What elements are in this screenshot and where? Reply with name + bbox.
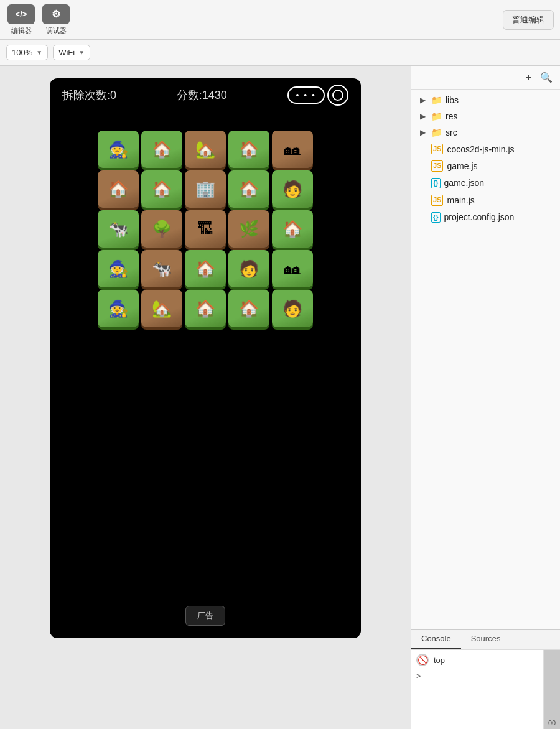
- console-scrollbar[interactable]: 00: [543, 650, 560, 729]
- tile[interactable]: 🏡: [141, 290, 182, 327]
- tile[interactable]: 🧙: [98, 131, 139, 168]
- search-button[interactable]: 🔍: [540, 72, 553, 83]
- network-dropdown[interactable]: WiFi ▼: [53, 45, 90, 60]
- subbar-left: 100% ▼ WiFi ▼: [6, 45, 554, 60]
- filetree-item-src[interactable]: ▶ 📁 src: [411, 124, 560, 141]
- demolish-count: 拆除次数:0: [62, 88, 116, 103]
- phone-bottom: 厂告: [50, 606, 361, 638]
- dots-button[interactable]: • • •: [287, 86, 325, 104]
- filetree-item-projectconfig[interactable]: ▶ {} project.config.json: [411, 209, 560, 226]
- tile[interactable]: 🏘: [272, 250, 313, 287]
- debugger-label: 调试器: [46, 26, 67, 35]
- main-area: 拆除次数:0 分数:1430 • • • 🧙 🏠: [0, 66, 560, 729]
- console-input-row: >: [416, 670, 538, 682]
- filetree-item-gamejson[interactable]: ▶ {} game.json: [411, 175, 560, 192]
- tile[interactable]: 🏠: [228, 131, 269, 168]
- tile[interactable]: 🏠: [272, 210, 313, 248]
- js-icon: JS: [431, 195, 443, 205]
- json-icon: {}: [431, 212, 441, 223]
- console-left: 🚫 >: [411, 650, 543, 729]
- phone-frame: 拆除次数:0 分数:1430 • • • 🧙 🏠: [50, 78, 361, 638]
- editor-label: 编辑器: [11, 26, 32, 35]
- folder-icon: 📁: [431, 128, 442, 137]
- filetree-item-cocos2d[interactable]: ▶ JS cocos2d-js-min.js: [411, 141, 560, 157]
- console-tabs: Console Sources: [411, 630, 560, 650]
- editor-button[interactable]: </> 编辑器: [6, 4, 36, 35]
- filetree-item-res[interactable]: ▶ 📁 res: [411, 108, 560, 124]
- tile[interactable]: 🌿: [228, 210, 269, 248]
- zoom-chevron-icon: ▼: [36, 49, 42, 56]
- filetree: ▶ 📁 libs ▶ 📁 res ▶ 📁 src ▶ JS cocos2d-js…: [411, 90, 560, 629]
- tile[interactable]: 🧑: [272, 290, 313, 327]
- console-filter-input[interactable]: [434, 656, 538, 665]
- grid-row-1: 🧙 🏠 🏡 🏠 🏘: [98, 131, 313, 168]
- filetree-toolbar: + 🔍: [411, 66, 560, 90]
- arrow-icon: ▶: [420, 112, 427, 121]
- grid-row-3: 🐄 🌳 🏗 🌿 🏠: [98, 210, 313, 248]
- console-prompt: >: [416, 671, 421, 680]
- tile[interactable]: 🧙: [98, 290, 139, 327]
- simulator-panel: 拆除次数:0 分数:1430 • • • 🧙 🏠: [0, 66, 411, 729]
- mode-button[interactable]: 普通编辑: [503, 10, 554, 30]
- arrow-icon: ▶: [420, 96, 427, 104]
- tab-sources[interactable]: Sources: [461, 630, 511, 649]
- tile[interactable]: 🧑: [272, 170, 313, 208]
- tile[interactable]: 🏢: [185, 170, 226, 208]
- filetree-item-libs[interactable]: ▶ 📁 libs: [411, 92, 560, 108]
- tile[interactable]: 🏠: [141, 131, 182, 168]
- editor-icon: </>: [7, 4, 35, 24]
- record-inner-icon: [332, 90, 343, 101]
- console-input[interactable]: [425, 671, 538, 680]
- zoom-value: 100%: [12, 48, 32, 57]
- tile[interactable]: 🌳: [141, 210, 182, 248]
- json-icon: {}: [431, 178, 441, 188]
- tile[interactable]: 🧑: [228, 250, 269, 287]
- grid-row-2: 🏠 🏠 🏢 🏠 🧑: [98, 170, 313, 208]
- js-icon: JS: [431, 160, 443, 171]
- js-icon: JS: [431, 144, 443, 154]
- tile[interactable]: 🏘: [272, 131, 313, 168]
- grid-row-5: 🧙 🏡 🏠 🏠 🧑: [98, 290, 313, 327]
- score-label: 分数:1430: [177, 88, 227, 103]
- toolbar: </> 编辑器 ⚙︎ 调试器 普通编辑: [0, 0, 560, 40]
- tab-console[interactable]: Console: [411, 630, 461, 649]
- network-value: WiFi: [58, 48, 75, 57]
- folder-icon: 📁: [431, 95, 442, 105]
- grid-container: 🧙 🏠 🏡 🏠 🏘 🏠 🏠 🏢 🏠 🧑: [98, 131, 313, 327]
- console-body: 🚫 > 00: [411, 650, 560, 729]
- tile[interactable]: 🏠: [98, 170, 139, 208]
- game-area: 🧙 🏠 🏡 🏠 🏘 🏠 🏠 🏢 🏠 🧑: [50, 112, 361, 606]
- tile[interactable]: 🏠: [228, 170, 269, 208]
- record-button[interactable]: [327, 85, 348, 106]
- grid-row-4: 🧙 🐄 🏠 🧑 🏘: [98, 250, 313, 287]
- tile[interactable]: 🏠: [185, 290, 226, 327]
- tile[interactable]: 🏡: [185, 131, 226, 168]
- tile[interactable]: 🏠: [228, 290, 269, 327]
- ban-icon[interactable]: 🚫: [416, 654, 429, 666]
- tile[interactable]: 🏗: [185, 210, 226, 248]
- scrollbar-label: 00: [548, 719, 556, 727]
- console-top-row: 🚫: [416, 654, 538, 666]
- debugger-button[interactable]: ⚙︎ 调试器: [41, 4, 71, 35]
- folder-icon: 📁: [431, 111, 442, 121]
- network-chevron-icon: ▼: [78, 49, 85, 56]
- tile[interactable]: 🏠: [141, 170, 182, 208]
- tile[interactable]: 🐄: [141, 250, 182, 287]
- add-file-button[interactable]: +: [526, 72, 531, 83]
- zoom-dropdown[interactable]: 100% ▼: [6, 45, 48, 60]
- filetree-item-mainjs[interactable]: ▶ JS main.js: [411, 192, 560, 208]
- tile[interactable]: 🧙: [98, 250, 139, 287]
- console-panel: Console Sources 🚫 > 00: [411, 629, 560, 729]
- phone-controls: • • •: [287, 85, 348, 106]
- arrow-icon: ▶: [420, 128, 427, 137]
- tile[interactable]: 🏠: [185, 250, 226, 287]
- debugger-icon: ⚙︎: [42, 4, 70, 24]
- bottom-button[interactable]: 厂告: [185, 606, 225, 626]
- right-panel: + 🔍 ▶ 📁 libs ▶ 📁 res ▶ 📁 src ▶ JS: [411, 66, 560, 729]
- phone-topbar: 拆除次数:0 分数:1430 • • •: [50, 78, 361, 112]
- filetree-item-gamejs[interactable]: ▶ JS game.js: [411, 157, 560, 174]
- subbar: 100% ▼ WiFi ▼: [0, 40, 560, 66]
- tile[interactable]: 🐄: [98, 210, 139, 248]
